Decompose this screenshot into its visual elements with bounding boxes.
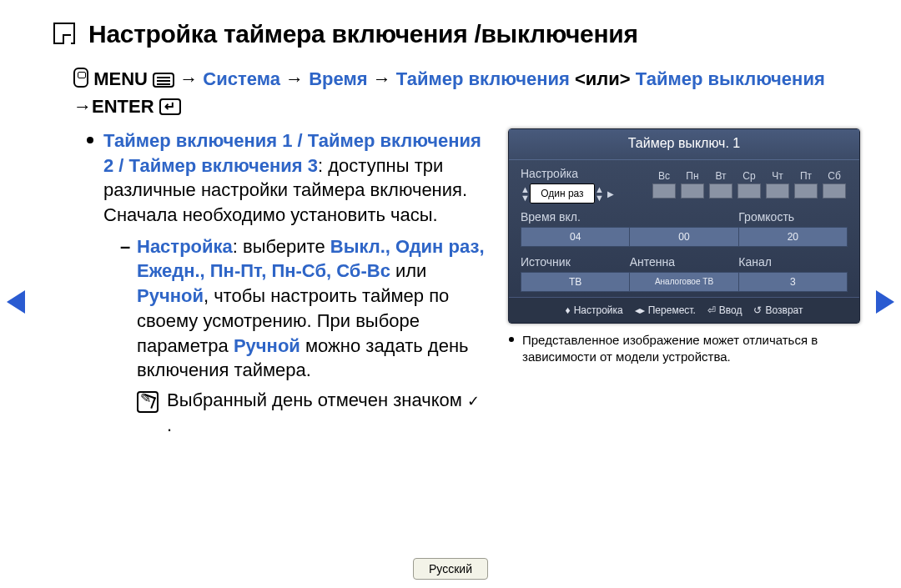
prev-page-arrow[interactable] (7, 290, 25, 314)
bullet-2-t1: : выберите (233, 236, 330, 257)
breadcrumb: MENU → Система → Время → Таймер включени… (73, 65, 861, 120)
day-box-2[interactable] (709, 183, 732, 199)
next-page-arrow[interactable] (876, 290, 894, 314)
day-box-3[interactable] (737, 183, 761, 199)
enter-small-icon: ⏎ (707, 304, 716, 316)
setup-label: Настройка (521, 167, 614, 180)
bullet-1: Таймер включения 1 / Таймер включения 2 … (53, 128, 487, 228)
left-column: Таймер включения 1 / Таймер включения 2 … (53, 128, 487, 437)
footer-enter: Ввод (719, 304, 742, 316)
note-text: Выбранный день отмечен значком (167, 389, 467, 410)
day-5: Пт (793, 170, 818, 182)
right-arrow-icon: ▶ (607, 189, 614, 199)
source-label: Источник (521, 255, 630, 269)
return-icon: ↺ (753, 304, 762, 316)
day-box-5[interactable] (794, 183, 818, 199)
bullet-2-manual2: Ручной (234, 335, 300, 356)
day-box-1[interactable] (681, 183, 704, 199)
bullet-2-or: или (390, 260, 427, 281)
bullet-2: Настройка: выберите Выкл., Один раз, Еже… (53, 234, 487, 383)
leftright-icon: ◂▸ (635, 304, 645, 316)
day-box-4[interactable] (766, 183, 789, 199)
day-3: Ср (737, 170, 762, 182)
day-6: Сб (822, 170, 847, 182)
bc-off-timer: Таймер выключения (636, 68, 825, 89)
menu-icon (153, 73, 174, 88)
osd-footer: ♦Настройка ◂▸Перемест. ⏎Ввод ↺Возврат (509, 297, 859, 323)
language-badge: Русский (413, 558, 488, 580)
channel-value[interactable]: 3 (739, 273, 847, 291)
time-volume-row[interactable]: 04 00 20 (521, 227, 848, 247)
bullet-2-manual: Ручной (137, 285, 204, 306)
antenna-label: Антенна (630, 255, 739, 269)
section-icon (53, 23, 75, 44)
title-text: Настройка таймера включения /выключения (88, 20, 638, 48)
image-caption: Представленное изображение может отличат… (507, 332, 861, 364)
day-1: Пн (680, 170, 705, 182)
bc-arrow-4: → (73, 96, 92, 117)
check-icon: ✓ (467, 393, 480, 410)
antenna-value[interactable]: Аналоговое ТВ (630, 273, 738, 291)
day-box-6[interactable] (823, 183, 846, 199)
bc-menu: MENU (93, 68, 148, 89)
page-title: Настройка таймера включения /выключения (53, 20, 861, 48)
bc-system: Система (203, 68, 280, 89)
note-icon (137, 391, 159, 413)
day-4: Чт (765, 170, 790, 182)
right-column: Таймер выключ. 1 Настройка ▲▼ Один раз ▲… (507, 128, 861, 437)
day-2: Вт (708, 170, 733, 182)
footer-move: Перемест. (648, 304, 696, 316)
enter-icon (159, 98, 181, 115)
bc-enter: ENTER (92, 96, 154, 117)
bc-time: Время (309, 68, 367, 89)
footer-return: Возврат (765, 304, 803, 316)
day-box-0[interactable] (652, 183, 676, 199)
bc-or: <или> (575, 68, 631, 89)
volume-value[interactable]: 20 (739, 228, 847, 246)
source-row[interactable]: ТВ Аналоговое ТВ 3 (521, 272, 848, 292)
bc-arrow-2: → (285, 68, 304, 89)
channel-label: Канал (738, 255, 848, 269)
bullet-2-label: Настройка (137, 236, 233, 257)
bc-arrow-1: → (179, 68, 198, 89)
time-on-label: Время вкл. (521, 210, 738, 224)
day-0: Вс (652, 170, 677, 182)
volume-label: Громкость (738, 210, 848, 224)
footer-setup: Настройка (574, 304, 623, 316)
osd-title: Таймер выключ. 1 (509, 129, 859, 160)
updown-icon: ♦ (566, 304, 571, 316)
osd-panel: Таймер выключ. 1 Настройка ▲▼ Один раз ▲… (508, 128, 860, 324)
time-min[interactable]: 00 (630, 228, 738, 246)
bc-arrow-3: → (373, 68, 391, 89)
days-row: Вс Пн Вт Ср Чт Пт Сб (651, 170, 848, 200)
note-line: Выбранный день отмечен значком ✓ . (53, 388, 487, 437)
note-dot: . (167, 415, 172, 435)
source-value[interactable]: ТВ (521, 273, 630, 291)
remote-icon (73, 68, 88, 88)
setup-value[interactable]: Один раз (530, 183, 595, 204)
time-hour[interactable]: 04 (521, 228, 630, 246)
bc-on-timer: Таймер включения (396, 68, 570, 89)
